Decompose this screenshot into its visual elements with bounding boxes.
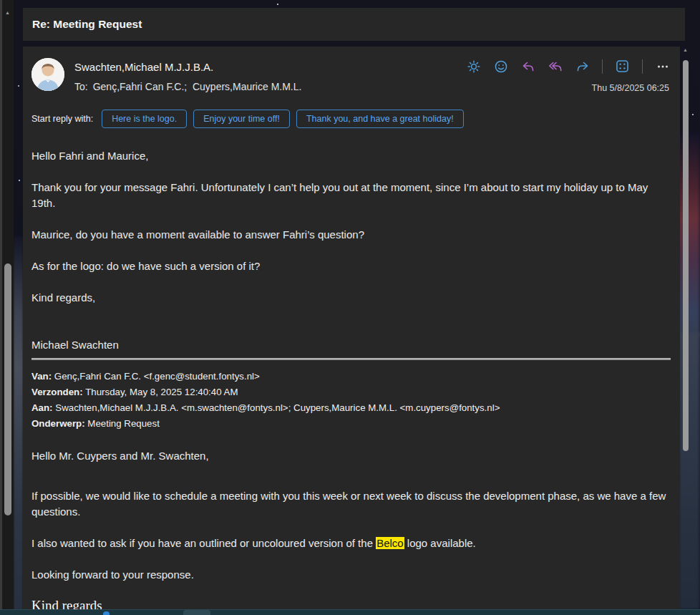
quoted-header-value: Thursday, May 8, 2025 12:40:40 AM [85, 387, 238, 397]
toolbar-separator [602, 59, 603, 74]
body-paragraph: Maurice, do you have a moment available … [31, 227, 671, 243]
quoted-header-sent: Verzonden: Thursday, May 8, 2025 12:40:4… [31, 384, 671, 400]
wallpaper-left-sliver [14, 236, 23, 610]
quoted-signoff: Kind regards [31, 597, 671, 609]
taskbar-app-icon[interactable] [103, 611, 110, 615]
sender-signature: Michael Swachten [31, 337, 671, 353]
emoji-reaction-icon[interactable] [493, 59, 508, 74]
avatar-photo [31, 58, 64, 91]
sender-avatar[interactable] [31, 58, 64, 91]
sender-name[interactable]: Swachten,Michael M.J.J.B.A. [74, 61, 213, 73]
quoted-header-value: Meeting Request [87, 418, 160, 429]
apps-grid-icon[interactable] [615, 59, 630, 74]
quoted-header-subject: Onderwerp: Meeting Request [31, 416, 671, 432]
email-subject: Re: Meeting Request [32, 8, 142, 41]
reply-icon[interactable] [520, 59, 535, 74]
message-body: Hello Fahri and Maurice, Thank you for y… [31, 148, 671, 609]
scroll-up-arrow-icon[interactable]: ▲ [5, 10, 10, 15]
quoted-paragraph: If possible, we would like to schedule a… [31, 488, 671, 520]
recipients[interactable]: Genç,Fahri Can F.C.; Cuypers,Maurice M.M… [93, 81, 302, 92]
suggested-reply-button-2[interactable]: Enjoy your time off! [193, 110, 290, 128]
subject-bar: Re: Meeting Request [23, 8, 685, 41]
body-paragraph: Kind regards, [31, 290, 671, 306]
body-paragraph: Hello Fahri and Maurice, [31, 148, 671, 164]
signature-divider [31, 358, 671, 360]
message-toolbar [466, 59, 670, 74]
reply-all-icon[interactable] [548, 59, 563, 74]
body-paragraph: Thank you for your message Fahri. Unfort… [31, 180, 671, 211]
right-scrollbar-thumb[interactable] [683, 60, 689, 451]
forward-icon[interactable] [575, 59, 590, 74]
quoted-paragraph-logo: I also wanted to ask if you have an outl… [31, 536, 671, 551]
quoted-header-label: Onderwerp: [31, 418, 85, 429]
more-actions-icon[interactable] [655, 59, 670, 74]
logo-text-pre: I also wanted to ask if you have an outl… [31, 537, 376, 549]
wallpaper-right-lower [679, 333, 700, 610]
quoted-header-label: Verzonden: [31, 387, 83, 397]
email-message-card: Swachten,Michael M.J.J.B.A. To:Genç,Fahr… [23, 47, 680, 609]
body-paragraph: As for the logo: do we have such a versi… [31, 258, 671, 274]
quoted-header-label: Van: [31, 371, 52, 382]
quoted-header-from: Van: Genç,Fahri Can F.C. <f.genc@student… [31, 369, 671, 384]
taskbar-sliver [0, 609, 700, 615]
quoted-header-value: Swachten,Michael M.J.J.B.A. <m.swachten@… [55, 402, 500, 413]
logo-text-post: logo available. [404, 537, 476, 549]
left-scrollbar-track[interactable]: ▲ [0, 0, 14, 615]
suggested-reply-button-1[interactable]: Here is the logo. [102, 110, 187, 128]
wallpaper-right-nebula [679, 132, 700, 336]
quoted-header-label: Aan: [31, 402, 53, 413]
recipients-line: To:Genç,Fahri Can F.C.; Cuypers,Maurice … [74, 81, 301, 92]
suggested-reply-button-3[interactable]: Thank you, and have a great holiday! [296, 110, 464, 128]
message-date: Thu 5/8/2025 06:25 [592, 83, 669, 93]
suggested-replies-row: Start reply with: Here is the logo. Enjo… [31, 110, 464, 128]
search-highlight: Belco [376, 537, 404, 549]
taskbar-app-tab[interactable] [183, 610, 210, 615]
scroll-up-arrow-icon[interactable]: ▲ [683, 47, 688, 52]
screen: ▲ Re: Meeting Request Swachten,Michael M… [0, 0, 700, 615]
quoted-paragraph: Hello Mr. Cuypers and Mr. Swachten, [31, 448, 671, 464]
left-scrollbar-thumb[interactable] [4, 263, 11, 515]
to-label: To: [74, 81, 88, 92]
toolbar-separator [642, 59, 643, 74]
quoted-header-to: Aan: Swachten,Michael M.J.J.B.A. <m.swac… [31, 400, 671, 416]
quoted-header-value: Genç,Fahri Can F.C. <f.genc@student.font… [54, 371, 260, 382]
suggested-replies-label: Start reply with: [31, 114, 93, 124]
quoted-paragraph: Looking forward to your response. [31, 567, 671, 583]
quoted-message-body: Hello Mr. Cuypers and Mr. Swachten, If p… [31, 448, 671, 609]
brightness-icon[interactable] [466, 59, 481, 74]
